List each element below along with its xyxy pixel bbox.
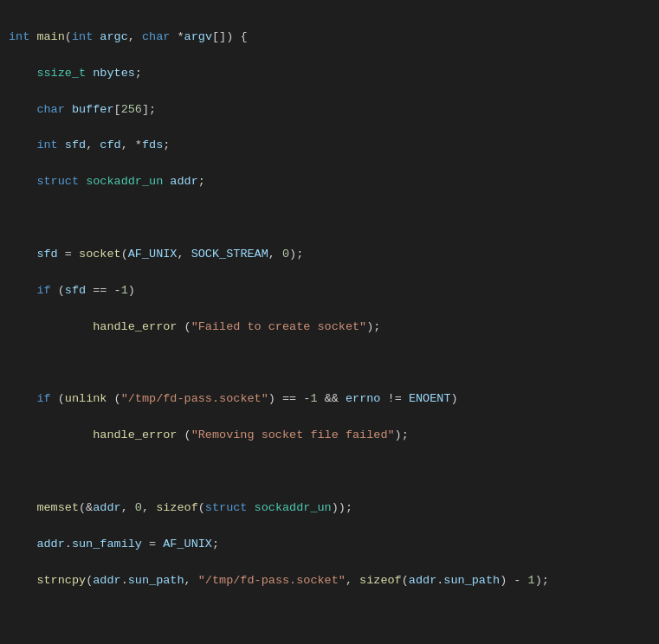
line-11: if (unlink ("/tmp/fd-pass.socket") == -1… (9, 390, 650, 409)
line-9: handle_error ("Failed to create socket")… (9, 319, 650, 337)
code-editor: int main(int argc, char *argv[]) { ssize… (0, 7, 659, 644)
line-8: if (sfd == -1) (9, 282, 650, 300)
line-1: int main(int argc, char *argv[]) { (9, 29, 650, 47)
line-5: struct sockaddr_un addr; (9, 173, 650, 191)
line-13 (9, 463, 650, 481)
line-12: handle_error ("Removing socket file fail… (9, 427, 650, 445)
line-6 (9, 209, 650, 228)
line-2: ssize_t nbytes; (9, 65, 650, 83)
line-3: char buffer[256]; (9, 101, 650, 119)
line-15: addr.sun_family = AF_UNIX; (9, 536, 650, 554)
line-4: int sfd, cfd, *fds; (9, 137, 650, 155)
line-7: sfd = socket(AF_UNIX, SOCK_STREAM, 0); (9, 246, 650, 264)
line-16: strncpy(addr.sun_path, "/tmp/fd-pass.soc… (9, 572, 650, 590)
line-17 (9, 608, 650, 626)
line-10 (9, 355, 650, 373)
line-14: memset(&addr, 0, sizeof(struct sockaddr_… (9, 499, 650, 518)
